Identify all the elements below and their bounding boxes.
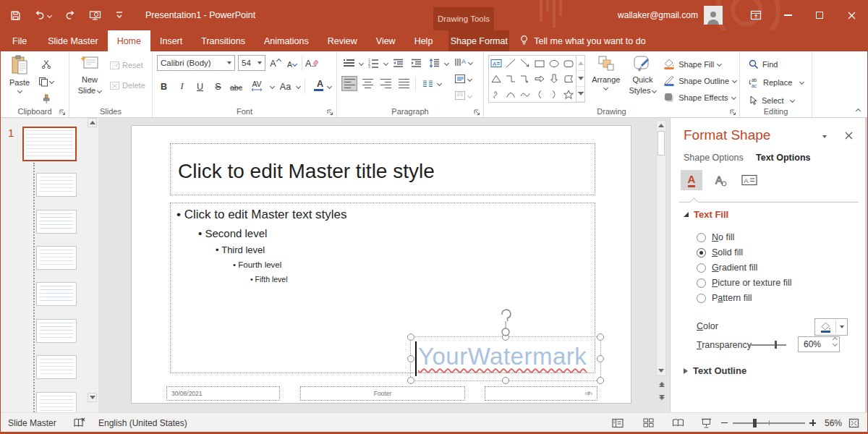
customize-qat-icon[interactable]: [112, 7, 127, 24]
date-placeholder[interactable]: 30/08/2021: [166, 386, 280, 401]
shape-down-arrow[interactable]: [547, 71, 561, 86]
view-status-label[interactable]: Slide Master: [8, 413, 56, 433]
radio-pattern-fill[interactable]: Pattern fill: [697, 293, 752, 303]
align-text-button[interactable]: [454, 72, 472, 86]
radio-solid-fill[interactable]: Solid fill: [697, 247, 743, 258]
transparency-slider[interactable]: [749, 344, 786, 346]
start-slideshow-icon[interactable]: [88, 7, 102, 24]
slide-sorter-view-button[interactable]: [643, 413, 654, 433]
shape-rounded-rectangle[interactable]: [561, 56, 576, 71]
zoom-slider[interactable]: [733, 422, 805, 424]
thumbnail-scrollbar[interactable]: [88, 118, 97, 412]
radio-gradient-fill[interactable]: Gradient fill: [697, 263, 757, 273]
selection-handle[interactable]: [407, 333, 414, 341]
shape-fill-dropdown[interactable]: [717, 61, 722, 67]
account-info[interactable]: wallaker@gmail.com: [618, 0, 723, 30]
thumbnail-scroll-up[interactable]: [88, 118, 97, 127]
clear-formatting-button[interactable]: A: [305, 56, 319, 70]
tab-text-options[interactable]: Text Options: [756, 153, 810, 163]
shape-freeform[interactable]: [489, 87, 503, 102]
minimize-button[interactable]: [772, 0, 804, 30]
layout-thumbnail[interactable]: [36, 392, 77, 412]
font-name-combo[interactable]: Calibri (Body): [157, 55, 235, 71]
grow-font-button[interactable]: A: [268, 56, 282, 70]
increase-indent-button[interactable]: [409, 56, 424, 71]
reset-button[interactable]: Reset: [109, 58, 145, 72]
rotation-handle[interactable]: [498, 308, 513, 337]
save-icon[interactable]: [8, 7, 22, 24]
zoom-slider-handle[interactable]: [753, 419, 757, 427]
layout-thumbnail[interactable]: [36, 282, 77, 306]
shape-arrow[interactable]: [518, 56, 532, 71]
shape-line[interactable]: [503, 56, 518, 71]
canvas-scroll-up[interactable]: [656, 121, 665, 130]
tell-me-box[interactable]: Tell me what you want to do: [509, 30, 655, 51]
master-thumbnail[interactable]: [22, 127, 77, 161]
paste-dropdown[interactable]: [17, 88, 22, 93]
color-picker-button[interactable]: [814, 318, 848, 336]
font-dialog-launcher[interactable]: [326, 106, 334, 114]
font-color-dropdown[interactable]: [327, 84, 332, 89]
shapes-more-button[interactable]: [576, 87, 584, 102]
shape-arc[interactable]: [503, 87, 518, 102]
font-size-combo[interactable]: 54: [238, 55, 265, 71]
align-center-button[interactable]: [359, 76, 375, 91]
title-placeholder[interactable]: Click to edit Master title style: [170, 143, 595, 195]
shape-left-brace[interactable]: [532, 87, 547, 102]
line-spacing-button[interactable]: [427, 56, 442, 71]
transparency-down-arrow[interactable]: [833, 341, 838, 346]
next-slide-button[interactable]: [657, 393, 666, 402]
watermark-textbox[interactable]: YourWatermark: [410, 336, 601, 381]
strikethrough-button[interactable]: abc: [229, 79, 243, 93]
selection-handle[interactable]: [407, 355, 414, 362]
bullets-button[interactable]: [341, 56, 357, 71]
shape-outline-button[interactable]: Shape Outline: [663, 73, 736, 88]
numbering-dropdown[interactable]: [383, 60, 388, 65]
close-button[interactable]: [835, 0, 867, 30]
paragraph-dialog-launcher[interactable]: [473, 106, 481, 114]
change-case-dropdown[interactable]: [296, 84, 301, 89]
drawing-dialog-launcher[interactable]: [729, 106, 737, 114]
bullets-dropdown[interactable]: [359, 60, 364, 65]
canvas-scroll-thumb[interactable]: [658, 131, 665, 156]
text-direction-button[interactable]: A: [454, 55, 472, 69]
zoom-out-button[interactable]: [721, 413, 728, 433]
thumbnail-scroll-down[interactable]: [88, 393, 97, 402]
columns-button[interactable]: [420, 76, 435, 91]
shape-triangle[interactable]: [489, 71, 503, 86]
tab-slide-master[interactable]: Slide Master: [38, 30, 107, 51]
arrange-button[interactable]: Arrange: [590, 55, 622, 105]
text-outline-section[interactable]: Text Outline: [684, 365, 746, 376]
font-color-button[interactable]: A: [310, 79, 323, 93]
find-button[interactable]: Find: [749, 56, 809, 72]
transparency-slider-handle[interactable]: [775, 341, 777, 349]
shape-rectangle[interactable]: [532, 56, 547, 71]
replace-dropdown[interactable]: [799, 80, 804, 85]
select-button[interactable]: Select: [749, 93, 809, 108]
tab-shape-format[interactable]: Shape Format: [448, 30, 509, 51]
transparency-spinbox[interactable]: 60%: [798, 336, 840, 352]
tab-help[interactable]: Help: [405, 30, 443, 51]
layout-thumbnail[interactable]: [36, 319, 77, 343]
shape-right-brace[interactable]: [547, 87, 561, 102]
shape-curve[interactable]: [518, 87, 532, 102]
underline-button[interactable]: U: [193, 79, 207, 93]
bold-button[interactable]: B: [157, 79, 171, 93]
reading-view-button[interactable]: [672, 413, 684, 433]
shape-right-arrow[interactable]: [532, 71, 547, 86]
color-dropdown[interactable]: [836, 326, 847, 328]
selection-handle[interactable]: [597, 355, 604, 362]
justify-button[interactable]: [396, 76, 412, 91]
copy-button[interactable]: [38, 74, 54, 89]
quick-styles-button[interactable]: Quick Styles: [627, 55, 659, 105]
shape-fill-button[interactable]: Shape Fill: [663, 56, 736, 72]
avatar[interactable]: [704, 6, 723, 25]
paste-button[interactable]: Paste: [5, 55, 34, 106]
tab-review[interactable]: Review: [318, 30, 367, 51]
delete-slide-button[interactable]: Delete: [109, 78, 145, 93]
numbering-button[interactable]: 123: [366, 56, 381, 71]
shapes-scroll-down[interactable]: [576, 71, 584, 86]
columns-dropdown[interactable]: [437, 81, 442, 86]
selection-handle[interactable]: [597, 333, 604, 341]
canvas-scroll-down[interactable]: [656, 366, 665, 375]
